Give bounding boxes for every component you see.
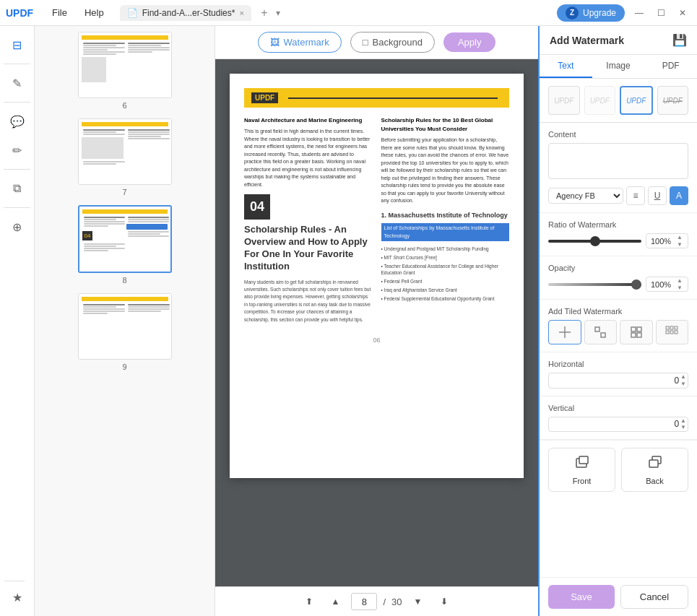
active-tab[interactable]: 📄 Find-and-A...er-Studies* ×	[120, 5, 251, 21]
titlebar: UPDF File Help 📄 Find-and-A...er-Studies…	[0, 0, 697, 26]
back-label: Back	[646, 477, 663, 485]
front-label: Front	[573, 477, 592, 485]
underline-button[interactable]: U	[648, 186, 667, 205]
tab-text[interactable]: Text	[540, 55, 592, 78]
sidebar-comment-icon[interactable]: 💬	[4, 108, 30, 134]
maximize-button[interactable]: ☐	[652, 4, 670, 22]
tiled-opt-4[interactable]	[656, 320, 689, 344]
tab-label: Find-and-A...er-Studies*	[142, 8, 235, 18]
horizontal-input[interactable]	[549, 376, 679, 386]
upgrade-button[interactable]: Z Upgrade	[557, 4, 625, 22]
thumb-9-content	[79, 294, 171, 359]
ratio-down-arrow[interactable]: ▼	[675, 241, 684, 248]
ratio-up-arrow[interactable]: ▲	[675, 234, 684, 241]
opacity-value-input[interactable]	[646, 279, 675, 290]
sidebar-stamp-icon[interactable]: ✎	[4, 70, 30, 96]
apply-button[interactable]: Apply	[443, 32, 496, 52]
vertical-section: Vertical ▲ ▼	[540, 396, 697, 440]
next-page-button[interactable]: ▼	[408, 591, 428, 612]
style-opt-4[interactable]: UPDF	[657, 86, 689, 115]
vertical-arrows: ▲ ▼	[679, 417, 688, 431]
opacity-down-arrow[interactable]: ▼	[675, 285, 684, 292]
thumbnail-page-6[interactable]: 6	[40, 32, 209, 110]
style-opt-2[interactable]: UPDF	[584, 86, 616, 115]
thumb-9-number: 9	[122, 363, 126, 371]
tab-dropdown-icon[interactable]: ▾	[276, 8, 280, 18]
watermark-button[interactable]: 🖼 Watermark	[258, 32, 342, 53]
panel-save-icon[interactable]: 💾	[672, 33, 687, 47]
minimize-button[interactable]: —	[631, 4, 648, 22]
pdf-area: 🖼 Watermark □ Background Apply UPDF Nava…	[215, 26, 538, 616]
font-select[interactable]: Agency FB	[548, 188, 623, 204]
ratio-value-input[interactable]	[646, 235, 675, 247]
tiled-opt-1[interactable]	[548, 320, 581, 344]
thumbnail-page-8[interactable]: 04	[40, 205, 209, 285]
front-button[interactable]: Front	[548, 448, 615, 492]
add-tab-button[interactable]: +	[256, 4, 273, 22]
thumb-8-page[interactable]: 04	[78, 205, 172, 273]
last-page-button[interactable]: ⬇	[434, 591, 454, 612]
sidebar-star-icon[interactable]: ★	[4, 584, 30, 610]
pdf-left-col: Naval Architecture and Marine Engineerin…	[244, 116, 373, 328]
menu-help[interactable]: Help	[77, 4, 111, 21]
horizontal-down-arrow[interactable]: ▼	[679, 381, 688, 388]
style-options: UPDF UPDF UPDF UPDF	[540, 79, 697, 123]
style-opt-1[interactable]: UPDF	[548, 86, 580, 115]
svg-rect-10	[675, 326, 677, 329]
thumb-9-page[interactable]	[78, 293, 172, 360]
horizontal-up-arrow[interactable]: ▲	[679, 373, 688, 381]
pdf-toolbar: 🖼 Watermark □ Background Apply	[215, 26, 538, 59]
back-button[interactable]: Back	[621, 448, 688, 492]
sidebar-pages-icon[interactable]: ⊟	[4, 32, 30, 58]
left-sidebar: ⊟ ✎ 💬 ✏ ⧉ ⊕ ★	[0, 26, 35, 616]
thumbnail-page-7[interactable]: 7	[40, 118, 209, 196]
sidebar-layers-icon[interactable]: ⧉	[4, 175, 30, 201]
vertical-down-arrow[interactable]: ▼	[679, 424, 688, 431]
bullet-4: Federal Pell Grant	[381, 278, 510, 285]
divider-1	[4, 64, 31, 64]
bullet-3: Teacher Educational Assistance for Colle…	[381, 263, 510, 277]
opacity-up-arrow[interactable]: ▲	[675, 277, 684, 285]
menu-file[interactable]: File	[45, 4, 74, 21]
opacity-section: Opacity ▲ ▼	[540, 256, 697, 300]
tab-pdf[interactable]: PDF	[644, 55, 697, 78]
tiled-opt-2[interactable]	[584, 320, 618, 344]
bullet-2: MIT Short Courses [Free]	[381, 254, 510, 261]
align-left-button[interactable]: ≡	[626, 186, 645, 205]
upgrade-avatar: Z	[566, 6, 579, 19]
prev-page-button[interactable]: ▲	[325, 591, 345, 612]
vertical-up-arrow[interactable]: ▲	[679, 417, 688, 425]
sidebar-copy-icon[interactable]: ⊕	[4, 214, 30, 240]
close-button[interactable]: ✕	[674, 4, 691, 22]
pdf-view[interactable]: UPDF Naval Architecture and Marine Engin…	[215, 59, 538, 586]
tiled-opt-3[interactable]	[620, 320, 653, 344]
right-panel: Add Watermark 💾 Text Image PDF UPDF UPDF…	[538, 26, 697, 616]
opacity-slider[interactable]	[548, 283, 641, 286]
svg-rect-3	[601, 333, 605, 337]
background-button[interactable]: □ Background	[350, 32, 435, 53]
thumb-8-number: 8	[122, 276, 126, 285]
thumb-6-page[interactable]	[78, 32, 172, 98]
style-opt-3[interactable]: UPDF	[620, 86, 653, 115]
col2-bullets: Undergrad and Postgrad MIT Scholarship F…	[381, 246, 510, 302]
thumb-7-page[interactable]	[78, 118, 172, 185]
svg-rect-5	[637, 327, 641, 331]
ratio-slider[interactable]	[548, 240, 641, 243]
sidebar-edit-icon[interactable]: ✏	[4, 137, 30, 163]
cancel-button[interactable]: Cancel	[620, 585, 688, 609]
horizontal-arrows: ▲ ▼	[679, 373, 688, 387]
vertical-label: Vertical	[548, 404, 688, 412]
thumbnail-page-9[interactable]: 9	[40, 293, 209, 371]
content-input[interactable]	[548, 143, 688, 179]
current-page-input[interactable]: 8	[351, 593, 377, 610]
tab-close-icon[interactable]: ×	[239, 9, 243, 17]
pdf-right-col: Scholarship Rules for the 10 Best Global…	[381, 116, 510, 328]
tiled-icon-2	[593, 325, 607, 339]
save-button[interactable]: Save	[548, 585, 615, 609]
highlight-button[interactable]: A	[670, 186, 688, 205]
vertical-input[interactable]	[549, 419, 679, 429]
first-page-button[interactable]: ⬆	[299, 591, 319, 612]
svg-rect-4	[631, 327, 636, 331]
divider-5	[4, 581, 25, 581]
tab-image[interactable]: Image	[592, 55, 645, 78]
